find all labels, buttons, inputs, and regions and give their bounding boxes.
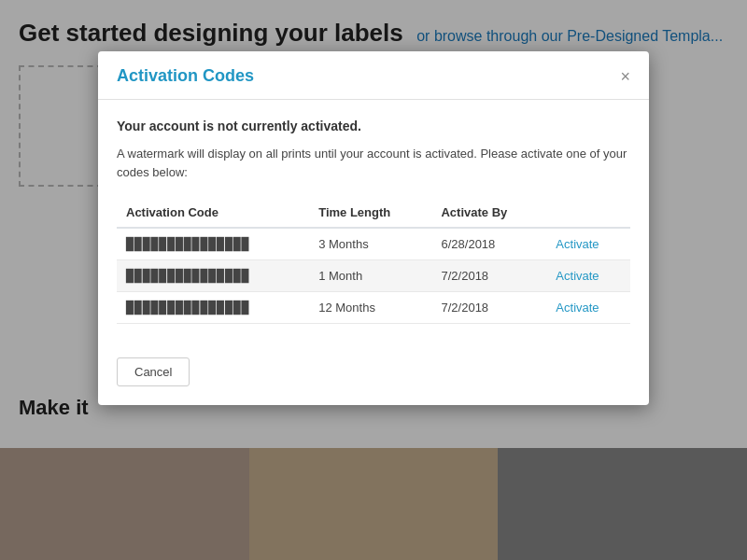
- col-header-code: Activation Code: [117, 198, 309, 228]
- table-row: ███████████████ 12 Months 7/2/2018 Activ…: [117, 292, 630, 324]
- not-activated-message: Your account is not currently activated.: [117, 119, 630, 133]
- col-header-time-length: Time Length: [309, 198, 431, 228]
- table-body: ███████████████ 3 Months 6/28/2018 Activ…: [117, 228, 630, 324]
- modal-close-button[interactable]: ×: [620, 68, 630, 85]
- code-cell-1: ███████████████: [117, 228, 309, 260]
- table-header-row: Activation Code Time Length Activate By: [117, 198, 630, 228]
- time-length-cell-3: 12 Months: [309, 292, 431, 324]
- activate-by-cell-2: 7/2/2018: [431, 260, 546, 292]
- modal-header: Activation Codes ×: [98, 51, 649, 100]
- activate-by-cell-1: 6/28/2018: [431, 228, 546, 260]
- col-header-action: [546, 198, 630, 228]
- code-cell-2: ███████████████: [117, 260, 309, 292]
- table-row: ███████████████ 1 Month 7/2/2018 Activat…: [117, 260, 630, 292]
- col-header-activate-by: Activate By: [431, 198, 546, 228]
- cancel-button[interactable]: Cancel: [117, 357, 190, 386]
- activate-by-cell-3: 7/2/2018: [431, 292, 546, 324]
- modal-title: Activation Codes: [117, 66, 254, 86]
- modal-overlay: Activation Codes × Your account is not c…: [0, 0, 747, 560]
- activate-link-2[interactable]: Activate: [556, 269, 599, 283]
- activation-codes-modal: Activation Codes × Your account is not c…: [98, 51, 649, 405]
- modal-footer: Cancel: [98, 352, 649, 405]
- activate-link-3[interactable]: Activate: [556, 301, 599, 315]
- modal-body: Your account is not currently activated.…: [98, 100, 649, 352]
- activate-link-1[interactable]: Activate: [556, 237, 599, 251]
- time-length-cell-1: 3 Months: [309, 228, 431, 260]
- activation-codes-table: Activation Code Time Length Activate By …: [117, 198, 630, 324]
- action-cell-2: Activate: [546, 260, 630, 292]
- time-length-cell-2: 1 Month: [309, 260, 431, 292]
- table-header: Activation Code Time Length Activate By: [117, 198, 630, 228]
- code-cell-3: ███████████████: [117, 292, 309, 324]
- watermark-message: A watermark will display on all prints u…: [117, 145, 630, 181]
- action-cell-1: Activate: [546, 228, 630, 260]
- action-cell-3: Activate: [546, 292, 630, 324]
- table-row: ███████████████ 3 Months 6/28/2018 Activ…: [117, 228, 630, 260]
